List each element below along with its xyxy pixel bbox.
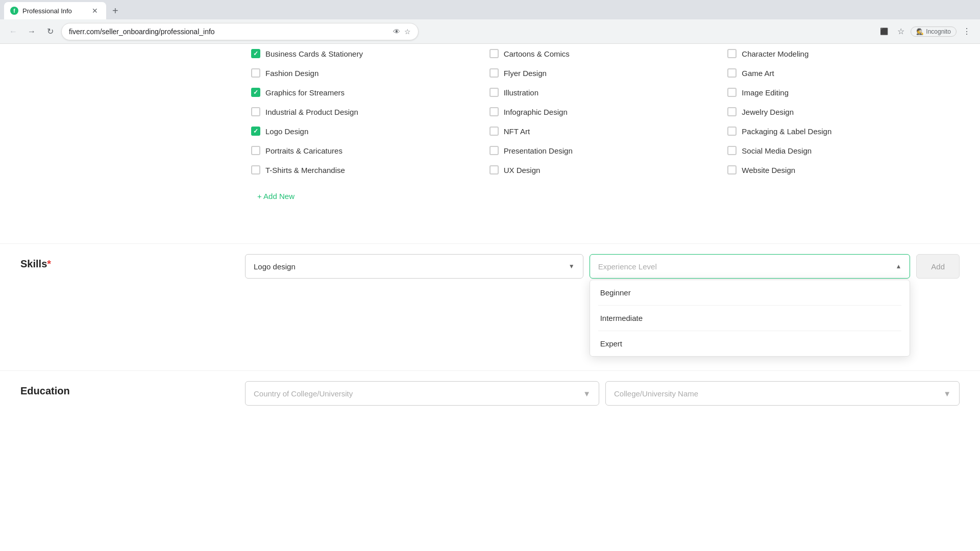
checkbox-social-media[interactable] [727,146,737,155]
checkbox-label: Infographic Design [504,108,568,116]
url-text: fiverr.com/seller_onboarding/professiona… [69,28,393,36]
checkbox-illustration[interactable] [489,88,499,97]
chevron-down-icon: ▼ [569,263,575,270]
checkbox-infographic[interactable] [489,107,499,116]
star-icon: ☆ [404,28,411,36]
checkbox-row[interactable]: Logo Design [245,121,483,141]
education-section-label: Education [20,385,70,396]
tab-favicon: f [10,7,18,15]
checkbox-graphics-streamers[interactable] [251,88,260,97]
tab-title: Professional Info [22,7,86,15]
incognito-icon: 🕵 [916,28,924,35]
user-profile-button[interactable]: 🕵 Incognito [911,27,957,37]
checkbox-row[interactable]: UX Design [483,160,722,180]
checkbox-label: Business Cards & Stationery [265,49,363,58]
chevron-up-icon: ▲ [895,263,901,270]
more-options-button[interactable]: ⋮ [960,24,974,38]
tab-close-button[interactable]: ✕ [90,6,100,16]
checkbox-packaging[interactable] [727,127,737,136]
checkbox-label: T-Shirts & Merchandise [265,166,345,174]
forward-button[interactable]: → [24,24,39,39]
checkbox-tshirts[interactable] [251,165,260,174]
active-tab[interactable]: f Professional Info ✕ [4,2,106,19]
experience-option-expert[interactable]: Expert [590,331,910,356]
checkbox-row[interactable]: Fashion Design [245,63,483,83]
checkbox-row[interactable]: Jewelry Design [721,102,960,121]
checkbox-portraits-caricatures[interactable] [251,146,260,155]
experience-dropdown-menu: Beginner Intermediate Expert [590,280,911,357]
checkbox-fashion-design[interactable] [251,68,260,78]
checkbox-label: Industrial & Product Design [265,108,358,116]
checkbox-label: Graphics for Streamers [265,88,345,97]
experience-dropdown-wrapper: Experience Level ▲ Beginner Intermediate… [590,254,911,279]
add-new-link[interactable]: + Add New [251,184,301,209]
checkbox-label: Cartoons & Comics [504,49,570,58]
checkbox-jewelry-design[interactable] [727,107,737,116]
checkbox-ux-design[interactable] [489,165,499,174]
checkbox-row[interactable]: Presentation Design [483,141,722,160]
checkbox-row[interactable]: Social Media Design [721,141,960,160]
checkbox-logo-design[interactable] [251,127,260,136]
checkbox-row[interactable]: Infographic Design [483,102,722,121]
checkbox-row[interactable]: Portraits & Caricatures [245,141,483,160]
checkbox-label: Presentation Design [504,146,573,155]
checkbox-row[interactable]: NFT Art [483,121,722,141]
extensions-button[interactable]: ⬛ [877,26,891,37]
college-dropdown[interactable]: College/University Name ▼ [605,381,960,406]
checkbox-label: UX Design [504,166,541,174]
eye-slash-icon: 👁 [393,28,400,36]
checkbox-label: Portraits & Caricatures [265,146,342,155]
checkbox-row[interactable]: Flyer Design [483,63,722,83]
bookmark-button[interactable]: ☆ [894,24,908,38]
experience-option-beginner[interactable]: Beginner [590,280,910,305]
checkbox-image-editing[interactable] [727,88,737,97]
back-button[interactable]: ← [6,24,20,39]
checkbox-cartoons-comics[interactable] [489,49,499,58]
checkbox-row[interactable]: T-Shirts & Merchandise [245,160,483,180]
checkbox-label: Illustration [504,88,538,97]
checkbox-label: Website Design [742,166,795,174]
checkbox-row[interactable]: Industrial & Product Design [245,102,483,121]
checkbox-label: Character Modeling [742,49,808,58]
skill-dropdown[interactable]: Logo design ▼ [245,254,583,279]
checkbox-label: Social Media Design [742,146,812,155]
college-placeholder: College/University Name [614,389,698,398]
checkbox-character-modeling[interactable] [727,49,737,58]
checkbox-row[interactable]: Illustration [483,83,722,102]
checkbox-industrial-product[interactable] [251,107,260,116]
chevron-down-icon: ▼ [943,389,951,398]
checkbox-flyer-design[interactable] [489,68,499,78]
checkbox-nft-art[interactable] [489,127,499,136]
checkbox-label: Game Art [742,69,774,78]
skill-dropdown-value: Logo design [254,262,296,271]
checkbox-row[interactable]: Business Cards & Stationery [245,44,483,63]
checkbox-label: Image Editing [742,88,789,97]
checkbox-website-design[interactable] [727,165,737,174]
chevron-down-icon: ▼ [583,389,591,398]
country-dropdown[interactable]: Country of College/University ▼ [245,381,599,406]
checkbox-label: Fashion Design [265,69,318,78]
incognito-label: Incognito [926,28,951,35]
add-skill-button[interactable]: Add [916,254,960,279]
checkbox-label: NFT Art [504,127,530,136]
checkbox-presentation-design[interactable] [489,146,499,155]
address-bar[interactable]: fiverr.com/seller_onboarding/professiona… [61,23,419,40]
experience-dropdown[interactable]: Experience Level ▲ [590,254,911,279]
checkbox-row[interactable]: Image Editing [721,83,960,102]
reload-button[interactable]: ↻ [43,24,57,39]
checkbox-label: Flyer Design [504,69,547,78]
checkbox-row[interactable]: Game Art [721,63,960,83]
new-tab-button[interactable]: + [108,2,122,19]
checkbox-label: Logo Design [265,127,308,136]
experience-placeholder: Experience Level [598,262,657,271]
checkbox-row[interactable]: Cartoons & Comics [483,44,722,63]
checkbox-row[interactable]: Website Design [721,160,960,180]
checkbox-label: Packaging & Label Design [742,127,831,136]
checkbox-row[interactable]: Graphics for Streamers [245,83,483,102]
experience-option-intermediate[interactable]: Intermediate [590,306,910,331]
checkbox-row[interactable]: Packaging & Label Design [721,121,960,141]
skills-required-marker: * [47,258,51,269]
checkbox-row[interactable]: Character Modeling [721,44,960,63]
checkbox-game-art[interactable] [727,68,737,78]
checkbox-business-cards[interactable] [251,49,260,58]
